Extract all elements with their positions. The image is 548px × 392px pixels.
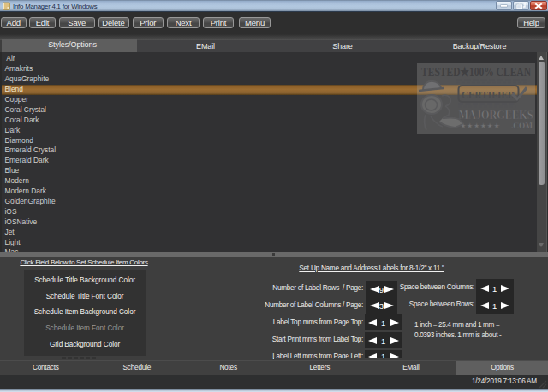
svg-text:.COM: .COM xyxy=(511,121,533,130)
svg-text:CERTIFIED: CERTIFIED xyxy=(462,89,515,101)
svg-text:★★★★★★: ★★★★★★ xyxy=(460,122,500,130)
svg-text:MAJORGEEKS: MAJORGEEKS xyxy=(459,107,533,122)
svg-text:TESTED★100% CLEAN: TESTED★100% CLEAN xyxy=(421,65,531,79)
